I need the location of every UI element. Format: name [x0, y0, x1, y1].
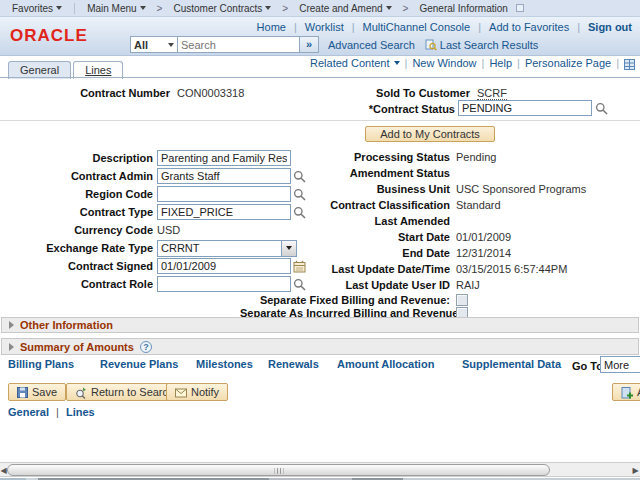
pagebar-separator: |	[482, 57, 485, 69]
horizontal-scrollbar[interactable]: ◀ ▶	[0, 462, 640, 477]
add-to-my-contracts-button[interactable]: Add to My Contracts	[365, 126, 495, 142]
last-update-user-row: Last Update User ID RAIJ	[240, 277, 640, 293]
sold-to-customer-value[interactable]: SCRF	[477, 87, 507, 100]
form-right-column: Processing Status Pending Amendment Stat…	[240, 149, 640, 319]
chevron-down-icon	[265, 6, 271, 10]
breadcrumb-page-icon	[516, 4, 524, 12]
help-icon[interactable]: ?	[140, 341, 152, 353]
milestones-link[interactable]: Milestones	[196, 358, 253, 370]
search-input[interactable]	[178, 36, 300, 53]
billing-plans-link[interactable]: Billing Plans	[8, 358, 74, 370]
contract-status-lookup-icon[interactable]	[595, 102, 608, 115]
chevron-down-icon	[140, 6, 146, 10]
advanced-search-link[interactable]: Advanced Search	[328, 39, 415, 51]
breadcrumb-separator: >	[282, 3, 288, 14]
chevron-down-icon	[168, 43, 174, 47]
add-icon	[621, 385, 633, 398]
breadcrumb-separator: >	[157, 3, 163, 14]
contract-signed-label: Contract Signed	[0, 260, 157, 272]
start-date-value: 01/01/2009	[456, 231, 511, 243]
return-to-search-icon	[75, 385, 87, 398]
new-window-link[interactable]: New Window	[412, 57, 476, 69]
processing-status-value: Pending	[456, 151, 496, 163]
multichannel-console-link[interactable]: MultiChannel Console	[363, 21, 471, 33]
breadcrumb-favorites[interactable]: Favorites	[8, 3, 66, 14]
notify-button[interactable]: Notify	[166, 383, 228, 401]
amount-allocation-link[interactable]: Amount Allocation	[337, 358, 434, 370]
home-link[interactable]: Home	[257, 21, 286, 33]
last-update-datetime-row: Last Update Date/Time 03/15/2015 6:57:44…	[240, 261, 640, 277]
amendment-status-label: Amendment Status	[240, 167, 456, 179]
return-to-search-button-label: Return to Search	[91, 386, 174, 398]
summary-of-amounts-section[interactable]: Summary of Amounts ?	[1, 338, 639, 355]
summary-of-amounts-title: Summary of Amounts	[20, 341, 134, 353]
other-information-section[interactable]: Other Information	[1, 317, 639, 333]
worklist-link[interactable]: Worklist	[305, 21, 344, 33]
help-link[interactable]: Help	[489, 57, 512, 69]
save-icon	[17, 386, 28, 399]
last-update-datetime-value: 03/15/2015 6:57:44PM	[456, 263, 567, 275]
notify-icon	[175, 386, 187, 398]
save-button[interactable]: Save	[8, 383, 66, 401]
separate-fixed-row: Separate Fixed Billing and Revenue:	[240, 293, 640, 306]
supplemental-data-link[interactable]: Supplemental Data	[462, 358, 561, 370]
renewals-link[interactable]: Renewals	[268, 358, 319, 370]
breadcrumb-main-menu-label: Main Menu	[87, 3, 136, 14]
chevron-down-icon	[56, 6, 62, 10]
add-button[interactable]: Add	[612, 383, 640, 401]
business-unit-row: Business Unit USC Sponsored Programs	[240, 181, 640, 197]
separate-fixed-checkbox[interactable]	[456, 294, 468, 306]
sign-out-link[interactable]: Sign out	[588, 21, 632, 33]
nav-separator: |	[478, 21, 481, 33]
breadcrumb-customer-contracts[interactable]: Customer Contracts	[169, 3, 275, 14]
bottom-general-link[interactable]: General	[8, 406, 49, 418]
pagebar-separator: |	[616, 57, 619, 69]
breadcrumb-general-information[interactable]: General Information	[415, 3, 511, 14]
nav-separator: |	[352, 21, 355, 33]
scrollbar-thumb[interactable]	[7, 464, 550, 476]
breadcrumb-label: Customer Contracts	[173, 3, 262, 14]
region-code-label: Region Code	[0, 188, 157, 200]
app-header: ORACLE Home | Worklist | MultiChannel Co…	[0, 17, 640, 56]
end-date-row: End Date 12/31/2014	[240, 245, 640, 261]
scroll-left-arrow-icon[interactable]: ◀	[0, 465, 7, 476]
last-search-results-link[interactable]: Last Search Results	[440, 39, 538, 51]
contract-status-input[interactable]	[458, 100, 592, 116]
business-unit-label: Business Unit	[240, 183, 456, 195]
search-submit-button[interactable]: »	[300, 36, 319, 53]
breadcrumb-favorites-label: Favorites	[12, 3, 53, 14]
search-scope-value: All	[134, 39, 148, 51]
tab-underline	[0, 77, 640, 78]
search-scope-select[interactable]: All	[130, 36, 178, 53]
personalize-grid-icon[interactable]	[624, 57, 635, 70]
peoplesoft-page: Favorites Main Menu > Customer Contracts…	[0, 0, 640, 480]
bottom-lines-link[interactable]: Lines	[66, 406, 95, 418]
add-to-favorites-link[interactable]: Add to Favorites	[489, 21, 569, 33]
breadcrumb-separator: >	[403, 3, 409, 14]
personalize-page-link[interactable]: Personalize Page	[525, 57, 611, 69]
last-update-datetime-label: Last Update Date/Time	[240, 263, 456, 275]
contract-number-label: Contract Number	[0, 87, 170, 99]
currency-code-label: Currency Code	[0, 224, 157, 236]
contract-classification-label: Contract Classification	[240, 199, 456, 211]
contract-admin-label: Contract Admin	[0, 170, 157, 182]
go-to-value: More	[601, 359, 640, 371]
breadcrumb-label: Create and Amend	[299, 3, 382, 14]
contract-role-label: Contract Role	[0, 278, 157, 290]
scroll-right-arrow-icon[interactable]: ▶	[632, 465, 639, 476]
breadcrumb-divider	[74, 3, 75, 14]
save-button-label: Save	[32, 386, 57, 398]
chevron-down-icon	[394, 61, 400, 65]
related-content-link[interactable]: Related Content	[310, 57, 390, 69]
breadcrumb-main-menu[interactable]: Main Menu	[83, 3, 149, 14]
scrollbar-grip	[274, 468, 283, 474]
expand-arrow-icon	[9, 321, 14, 329]
chevron-down-icon	[386, 6, 392, 10]
header-nav: Home | Worklist | MultiChannel Console |…	[257, 21, 632, 33]
nav-separator: |	[294, 21, 297, 33]
contract-classification-row: Contract Classification Standard	[240, 197, 640, 213]
go-to-select[interactable]: More	[600, 356, 640, 373]
revenue-plans-link[interactable]: Revenue Plans	[100, 358, 178, 370]
breadcrumb-create-and-amend[interactable]: Create and Amend	[295, 3, 395, 14]
start-date-label: Start Date	[240, 231, 456, 243]
